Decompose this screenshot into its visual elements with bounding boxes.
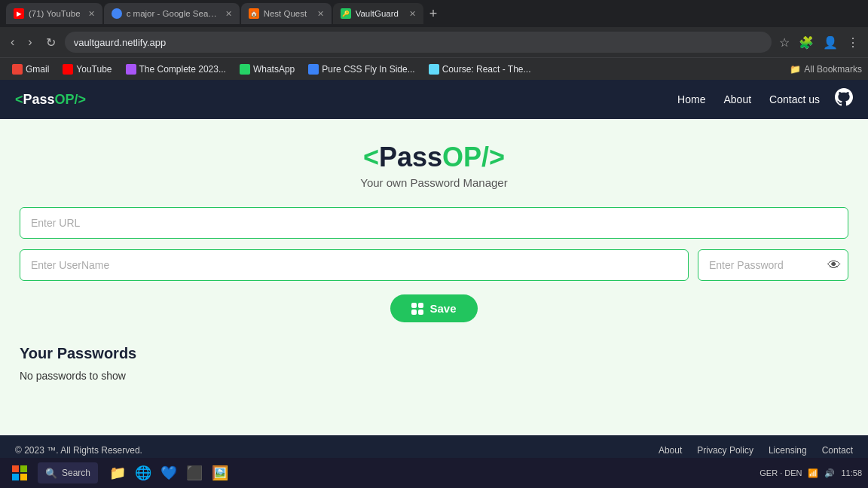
address-bar-row: ‹ › ↻ ☆ 🧩 👤 ⋮: [0, 27, 868, 57]
bookmarks-bar: Gmail YouTube The Complete 2023... Whats…: [0, 57, 868, 80]
taskbar-network-icon: 📶: [808, 468, 818, 478]
start-button[interactable]: [6, 459, 33, 486]
tab-close-youtube[interactable]: ✕: [88, 9, 95, 19]
svg-rect-2: [12, 474, 19, 480]
taskbar-right: GER · DEN 📶 🔊 11:58: [760, 468, 862, 478]
footer-links: About Privacy Policy Licensing Contact: [659, 445, 853, 456]
bookmark-youtube[interactable]: YouTube: [57, 63, 118, 76]
tab-youtube[interactable]: ▶ (71) YouTube ✕: [6, 3, 102, 24]
app-wrapper: <PassOP/> Home About Contact us <PassOP/…: [0, 80, 868, 465]
clock-time: 11:58: [841, 468, 862, 477]
tab-close-vaultguard[interactable]: ✕: [409, 9, 416, 19]
nav-link-home[interactable]: Home: [677, 93, 705, 105]
hero-subtitle: Your own Password Manager: [360, 176, 507, 189]
taskbar-volume-icon: 🔊: [824, 468, 835, 478]
new-tab-button[interactable]: +: [425, 6, 442, 22]
taskbar-search-box[interactable]: 🔍 Search: [38, 462, 98, 483]
password-input[interactable]: [698, 249, 848, 281]
browser-chrome: ▶ (71) YouTube ✕ c major - Google Search…: [0, 0, 868, 80]
svg-rect-0: [12, 465, 19, 472]
taskbar-terminal[interactable]: ⬛: [182, 461, 206, 485]
username-input-wrap: [20, 249, 689, 281]
navbar-nav: Home About Contact us: [677, 93, 820, 105]
tab-vaultguard[interactable]: 🔑 VaultGuard ✕: [333, 3, 423, 24]
search-icon: 🔍: [45, 468, 57, 479]
bookmark-complete[interactable]: The Complete 2023...: [120, 63, 232, 76]
url-input[interactable]: [20, 207, 848, 239]
svg-rect-3: [20, 474, 27, 480]
save-label: Save: [429, 302, 456, 315]
footer-link-licensing[interactable]: Licensing: [769, 445, 807, 456]
forward-button[interactable]: ›: [23, 34, 36, 50]
refresh-button[interactable]: ↻: [41, 34, 60, 51]
bookmark-whatsapp[interactable]: WhatsApp: [234, 63, 301, 76]
taskbar-vscode[interactable]: 💙: [157, 461, 181, 485]
toggle-password-button[interactable]: 👁: [827, 258, 841, 273]
main-content: <PassOP/> Your own Password Manager 👁: [0, 119, 868, 435]
back-button[interactable]: ‹: [6, 34, 19, 50]
navbar: <PassOP/> Home About Contact us: [0, 80, 868, 119]
form-container: 👁 Save: [20, 207, 848, 345]
hero-title: <PassOP/>: [363, 142, 505, 173]
bookmark-button[interactable]: ☆: [776, 32, 793, 53]
nav-link-contact[interactable]: Contact us: [769, 93, 820, 105]
taskbar-pinned-icons: 📁 🌐 💙 ⬛ 🖼️: [105, 461, 232, 485]
address-bar[interactable]: [65, 32, 772, 53]
taskbar: 🔍 Search 📁 🌐 💙 ⬛ 🖼️ GER · DEN 📶 🔊 11:58: [0, 458, 868, 488]
footer-link-about[interactable]: About: [659, 445, 682, 456]
nav-link-about[interactable]: About: [723, 93, 751, 105]
bookmark-react[interactable]: Course: React - The...: [423, 63, 537, 76]
taskbar-language: GER · DEN: [760, 468, 802, 477]
url-input-wrap: [20, 207, 848, 239]
tab-close-google[interactable]: ✕: [225, 9, 232, 19]
profile-button[interactable]: 👤: [820, 32, 841, 53]
password-input-wrap: 👁: [698, 249, 848, 281]
bookmark-gmail[interactable]: Gmail: [6, 63, 55, 76]
passwords-section: Your Passwords No passwords to show: [20, 345, 848, 382]
tab-nest[interactable]: 🏠 Nest Quest ✕: [241, 3, 332, 24]
footer-link-privacy[interactable]: Privacy Policy: [697, 445, 753, 456]
taskbar-photos[interactable]: 🖼️: [208, 461, 232, 485]
time-display: 11:58: [841, 468, 862, 477]
tab-google[interactable]: c major - Google Search ✕: [104, 3, 240, 24]
save-icon: [411, 303, 423, 315]
bookmark-purecss[interactable]: Pure CSS Fly In Side...: [302, 63, 420, 76]
navbar-brand: <PassOP/>: [15, 92, 86, 108]
extensions-button[interactable]: 🧩: [796, 32, 817, 53]
save-button-wrap: Save: [20, 294, 848, 322]
passwords-heading: Your Passwords: [20, 345, 848, 362]
username-input[interactable]: [20, 249, 689, 281]
tab-bar: ▶ (71) YouTube ✕ c major - Google Search…: [0, 0, 868, 27]
svg-rect-1: [20, 465, 27, 472]
credentials-row: 👁: [20, 249, 848, 281]
taskbar-chrome[interactable]: 🌐: [131, 461, 155, 485]
toolbar-icons: ☆ 🧩 👤 ⋮: [776, 32, 862, 53]
taskbar-file-explorer[interactable]: 📁: [105, 461, 130, 485]
footer-link-contact[interactable]: Contact: [822, 445, 853, 456]
menu-button[interactable]: ⋮: [844, 32, 862, 53]
save-button[interactable]: Save: [390, 294, 477, 322]
github-icon[interactable]: [835, 88, 853, 111]
bookmarks-more[interactable]: 📁 All Bookmarks: [790, 64, 862, 75]
tab-close-nest[interactable]: ✕: [317, 9, 324, 19]
no-passwords-message: No passwords to show: [20, 370, 848, 382]
footer-copyright: © 2023 ™. All Rights Reserved.: [15, 445, 659, 456]
